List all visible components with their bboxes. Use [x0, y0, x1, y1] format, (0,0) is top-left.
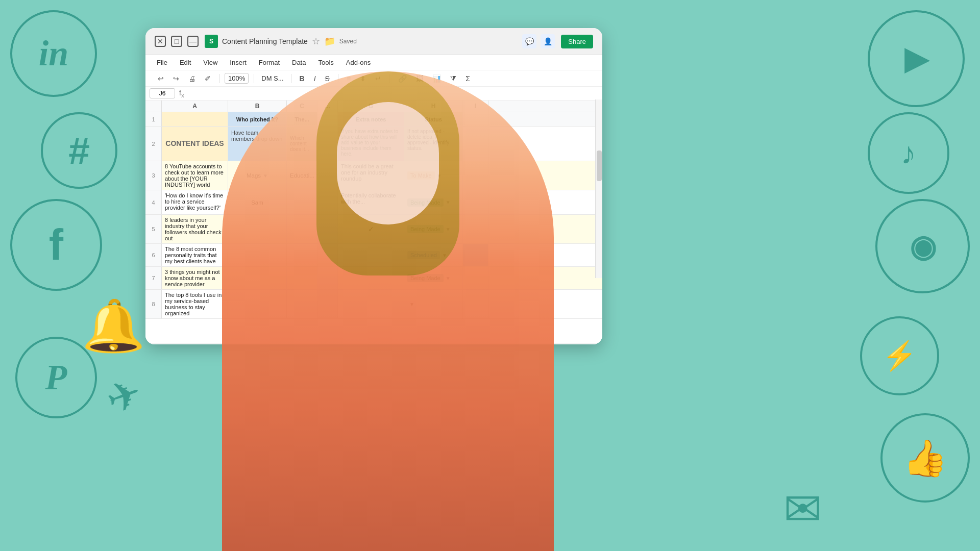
print-button[interactable]: 🖨: [185, 73, 199, 84]
row-num-1: 1: [145, 112, 162, 126]
vertical-scrollbar[interactable]: [595, 99, 602, 278]
row-num-7: 7: [145, 267, 162, 289]
youtube-icon: ▶: [868, 10, 965, 107]
redo-button[interactable]: ↪: [170, 73, 182, 84]
menu-file[interactable]: File: [155, 57, 169, 68]
instagram-icon: ◉: [875, 199, 970, 293]
bell-icon: 🔔: [82, 296, 145, 356]
facebook-icon: f: [10, 199, 102, 291]
signal-icon: ⚡: [860, 316, 939, 395]
row-num-5: 5: [145, 215, 162, 243]
row-num-3: 3: [145, 161, 162, 190]
minimize-button[interactable]: —: [187, 36, 199, 47]
scrollbar-thumb[interactable]: [597, 151, 602, 181]
tiktok-icon: ♪: [868, 112, 949, 194]
hashtag-icon: #: [41, 112, 117, 189]
row-num-8: 8: [145, 290, 162, 318]
window-controls: ✕ □ —: [155, 36, 199, 47]
person-silhouette: [222, 71, 554, 551]
thumbsup-icon: 👍: [880, 413, 970, 503]
row-num-2: 2: [145, 127, 162, 161]
menu-edit[interactable]: Edit: [178, 57, 193, 68]
maximize-button[interactable]: □: [171, 36, 182, 47]
formula-icon: fx: [179, 89, 184, 98]
row-num-4: 4: [145, 190, 162, 214]
envelope-icon: ✉: [783, 482, 822, 536]
person-overlay: [204, 41, 572, 551]
close-button[interactable]: ✕: [155, 36, 166, 47]
cell-reference[interactable]: J6: [150, 88, 175, 98]
row-num-6: 6: [145, 244, 162, 266]
linkedin-icon: in: [10, 10, 97, 97]
row-num-header: [145, 101, 162, 112]
undo-button[interactable]: ↩: [155, 73, 167, 84]
